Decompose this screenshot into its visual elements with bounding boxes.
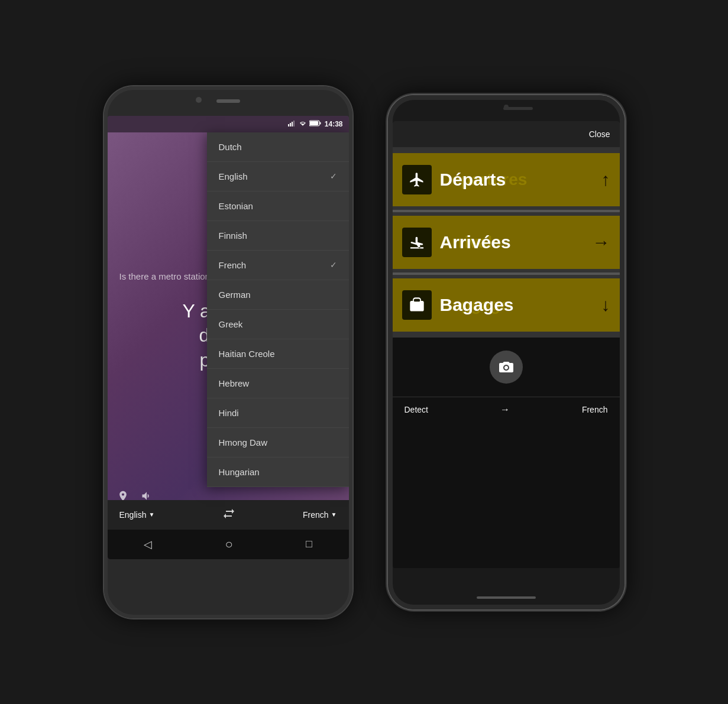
svg-rect-5: [319, 122, 321, 125]
swap-icon[interactable]: [222, 509, 235, 520]
android-phone: 14:38 Is there a metro station Y a-t-il …: [104, 86, 352, 618]
svg-rect-6: [310, 121, 318, 125]
battery-icon: [309, 120, 321, 128]
iphone-top-bar: Close: [393, 121, 620, 147]
time-display: 14:38: [325, 120, 343, 128]
baggage-arrow: ↓: [601, 295, 610, 315]
target-lang-label: French: [303, 510, 329, 520]
dropdown-label: Finnish: [219, 231, 247, 241]
dropdown-item-hmong-daw[interactable]: Hmong Daw: [207, 428, 349, 458]
android-speaker: [216, 99, 240, 103]
dropdown-label: Estonian: [219, 201, 253, 211]
dropdown-label: German: [219, 290, 251, 300]
dropdown-label: Haitian Creole: [219, 349, 275, 359]
source-lang-label: English: [119, 510, 147, 520]
departures-arrow: ↑: [601, 170, 610, 190]
dropdown-item-dutch[interactable]: Dutch: [207, 132, 349, 162]
dropdown-item-haitian-creole[interactable]: Haitian Creole: [207, 339, 349, 369]
android-lang-bar: English ▼ French ▼: [108, 500, 349, 530]
svg-marker-2: [292, 122, 293, 126]
iphone-home-indicator[interactable]: [477, 596, 536, 599]
source-lang-chevron: ▼: [148, 511, 154, 518]
iphone-lang-bar: Detect → French: [393, 397, 620, 423]
target-lang-chevron: ▼: [331, 511, 337, 518]
svg-marker-1: [290, 123, 291, 126]
iphone-screen: Close Departures Départs ↑: [393, 121, 620, 568]
dropdown-item-hungarian[interactable]: Hungarian: [207, 458, 349, 487]
iphone: Close Departures Départs ↑: [388, 95, 625, 609]
dropdown-item-hebrew[interactable]: Hebrew: [207, 369, 349, 398]
dropdown-label: Hungarian: [219, 467, 260, 477]
svg-marker-0: [288, 124, 289, 126]
camera-button[interactable]: [490, 351, 523, 384]
dropdown-label: Hebrew: [219, 378, 250, 388]
dropdown-item-french[interactable]: French ✓: [207, 251, 349, 280]
iphone-source-lang[interactable]: Detect: [405, 405, 428, 414]
dropdown-label: Hindi: [219, 408, 239, 418]
dropdown-label: French: [219, 260, 247, 270]
target-lang-selector[interactable]: French ▼: [303, 510, 337, 520]
iphone-target-lang[interactable]: French: [582, 405, 608, 414]
check-icon: ✓: [330, 260, 337, 270]
departures-french-text: Départs: [440, 170, 506, 190]
dropdown-item-finnish[interactable]: Finnish: [207, 221, 349, 251]
baggage-sign: Baggage Bagages ↓: [393, 278, 620, 332]
iphone-arrow-icon: →: [500, 404, 510, 415]
signal-icon: [288, 121, 296, 128]
dropdown-item-estonian[interactable]: Estonian: [207, 192, 349, 221]
departures-sign: Departures Départs ↑: [393, 153, 620, 206]
dropdown-item-hindi[interactable]: Hindi: [207, 398, 349, 428]
sign-separator-1: [393, 210, 620, 212]
home-button[interactable]: ○: [225, 537, 232, 552]
close-button[interactable]: Close: [589, 129, 610, 139]
baggage-french-text: Bagages: [440, 295, 514, 315]
svg-marker-3: [293, 121, 295, 126]
dropdown-label: English: [219, 171, 248, 181]
iphone-camera-area: [393, 338, 620, 397]
language-dropdown: Dutch English ✓ Estonian Finnish French …: [207, 132, 349, 487]
dropdown-item-greek[interactable]: Greek: [207, 310, 349, 339]
arrivals-french-text: Arrivées: [440, 232, 511, 252]
arrivals-arrow: →: [593, 232, 610, 252]
back-button[interactable]: ◁: [144, 538, 152, 551]
dropdown-item-german[interactable]: German: [207, 280, 349, 310]
dropdown-label: Greek: [219, 319, 243, 329]
dropdown-label: Dutch: [219, 142, 242, 152]
android-screen: 14:38 Is there a metro station Y a-t-il …: [108, 116, 349, 559]
source-lang-selector[interactable]: English ▼: [119, 510, 155, 520]
suitcase-icon: [402, 290, 432, 320]
sign-separator-2: [393, 272, 620, 275]
airport-signs: Departures Départs ↑ Arrivals Arrivées →: [393, 147, 620, 338]
check-icon: ✓: [330, 171, 337, 181]
dropdown-item-english[interactable]: English ✓: [207, 162, 349, 192]
status-bar: 14:38: [108, 116, 349, 132]
dropdown-label: Hmong Daw: [219, 437, 268, 447]
android-camera-dot: [196, 97, 202, 103]
arrivals-sign: Arrivals Arrivées →: [393, 216, 620, 269]
plane-arrival-icon: [402, 228, 432, 257]
iphone-speaker: [503, 107, 533, 110]
plane-departure-icon: [402, 165, 432, 194]
source-text: Is there a metro station: [119, 271, 210, 281]
recents-button[interactable]: □: [306, 538, 312, 550]
android-nav-bar: ◁ ○ □: [108, 530, 349, 559]
wifi-icon: [299, 121, 307, 128]
